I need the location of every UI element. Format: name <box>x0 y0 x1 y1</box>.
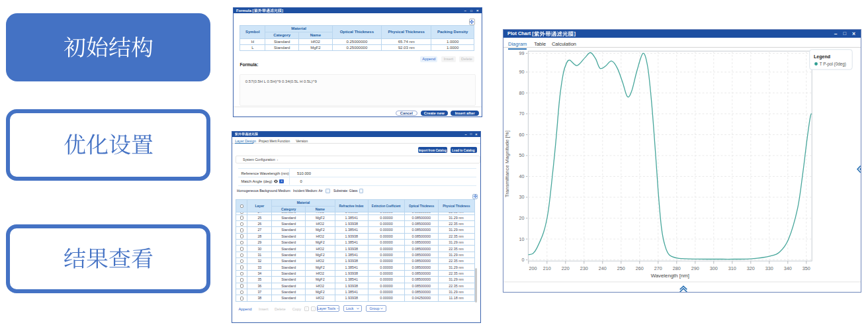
svg-text:260: 260 <box>635 265 643 271</box>
svg-text:80: 80 <box>519 90 524 96</box>
svg-text:200: 200 <box>529 265 537 271</box>
svg-text:270: 270 <box>654 265 662 271</box>
svg-text:280: 280 <box>672 265 680 271</box>
svg-text:Wavelength [nm]: Wavelength [nm] <box>650 273 689 279</box>
svg-text:230: 230 <box>580 265 587 271</box>
svg-text:350: 350 <box>802 265 810 271</box>
svg-text:330: 330 <box>765 265 773 271</box>
svg-text:320: 320 <box>746 265 754 271</box>
svg-text:0: 0 <box>521 257 524 263</box>
svg-text:210: 210 <box>542 265 550 271</box>
svg-text:300: 300 <box>709 265 717 271</box>
svg-text:60: 60 <box>519 132 524 138</box>
svg-text:70: 70 <box>519 111 524 117</box>
svg-text:T P-pol (0deg): T P-pol (0deg) <box>819 62 846 67</box>
svg-text:240: 240 <box>598 265 606 271</box>
svg-text:40: 40 <box>519 173 524 179</box>
svg-text:10: 10 <box>519 236 524 242</box>
svg-text:90: 90 <box>519 70 524 75</box>
svg-text:Transmittance Magnitude [%]: Transmittance Magnitude [%] <box>503 130 509 197</box>
svg-text:99: 99 <box>519 50 524 56</box>
svg-text:20: 20 <box>519 215 524 221</box>
svg-text:50: 50 <box>519 153 524 159</box>
svg-text:310: 310 <box>728 265 736 271</box>
svg-text:30: 30 <box>519 195 524 201</box>
svg-text:250: 250 <box>617 265 625 271</box>
svg-text:220: 220 <box>561 265 569 271</box>
svg-text:340: 340 <box>783 265 791 271</box>
svg-text:Legend: Legend <box>814 54 830 60</box>
svg-text:290: 290 <box>691 265 699 271</box>
